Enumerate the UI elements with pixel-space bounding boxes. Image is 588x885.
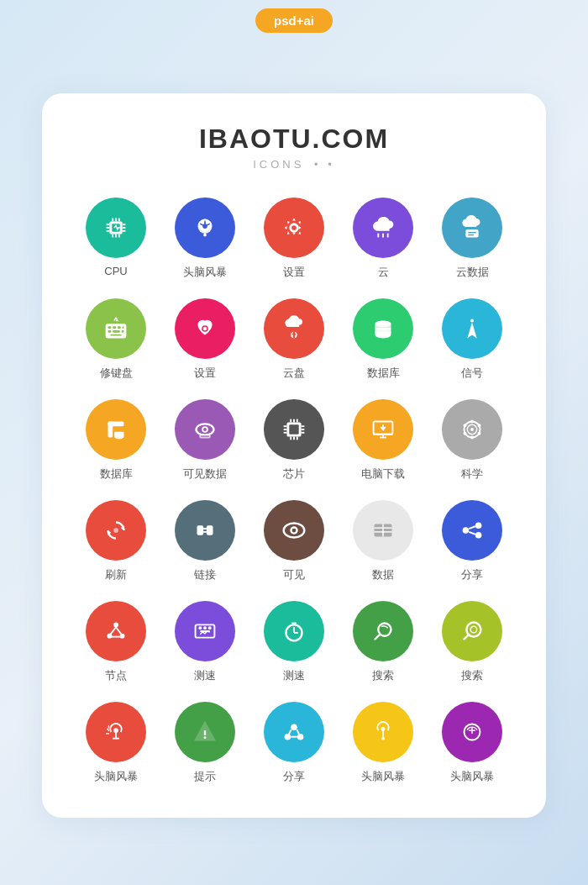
svg-point-72	[113, 528, 118, 533]
svg-point-71	[464, 424, 467, 427]
badge: psd+ai	[255, 8, 333, 33]
dots-decoration: • •	[314, 158, 335, 171]
icon-item: 链接	[165, 500, 245, 582]
icon-item: 头脑风暴	[165, 198, 245, 280]
icon-item: 修键盘	[76, 298, 156, 381]
icon-label-23: 搜索	[372, 668, 394, 683]
svg-rect-28	[123, 326, 124, 329]
icon-label-0: CPU	[104, 265, 127, 277]
icon-item: 头脑风暴	[432, 702, 512, 784]
svg-point-36	[470, 319, 474, 322]
svg-point-124	[381, 736, 385, 740]
icon-item: 科学	[432, 399, 512, 482]
icon-label-8: 数据库	[367, 366, 400, 381]
svg-point-110	[113, 728, 118, 733]
icon-circle-1	[175, 198, 235, 258]
svg-point-98	[208, 626, 212, 630]
icon-circle-8	[353, 298, 413, 359]
icon-label-24: 搜索	[461, 668, 483, 683]
icon-item: 数据库	[343, 298, 423, 381]
icon-item: 云数据	[432, 198, 512, 280]
icon-label-15: 刷新	[105, 567, 127, 582]
icon-label-2: 设置	[283, 265, 305, 280]
icon-circle-18	[353, 500, 413, 561]
icon-circle-2	[264, 198, 324, 258]
icon-circle-22	[264, 601, 324, 661]
icon-circle-25	[86, 702, 146, 762]
icon-label-13: 电脑下载	[361, 466, 405, 482]
icon-label-28: 头脑风暴	[361, 769, 405, 784]
svg-line-119	[289, 730, 291, 735]
icon-circle-17	[264, 500, 324, 561]
main-card: IBAOTU.COM ICONS • • CPU头脑风暴设置云云数据修键盘设置云…	[42, 93, 546, 818]
svg-rect-74	[207, 525, 213, 535]
icon-item: 提示	[165, 702, 245, 784]
icon-item: 节点	[76, 601, 156, 683]
svg-point-116	[291, 724, 297, 730]
icon-circle-26	[175, 702, 235, 762]
icon-item: 刷新	[76, 500, 156, 582]
icon-item: 搜索	[432, 601, 512, 683]
svg-line-92	[110, 627, 116, 635]
icon-label-7: 云盘	[283, 366, 305, 381]
icon-circle-7	[264, 298, 324, 359]
svg-line-106	[375, 634, 381, 639]
icon-item: 分享	[432, 500, 512, 582]
icon-circle-14	[442, 399, 502, 460]
icon-label-26: 提示	[194, 769, 216, 784]
icon-label-20: 节点	[105, 668, 127, 683]
icon-item: 云盘	[254, 298, 334, 381]
icon-circle-3	[353, 198, 413, 258]
icon-circle-6	[175, 298, 235, 359]
svg-point-67	[478, 424, 481, 427]
svg-rect-46	[289, 424, 298, 434]
card-subtitle: ICONS • •	[76, 158, 512, 171]
icon-circle-16	[175, 500, 235, 561]
svg-line-93	[116, 627, 122, 635]
icon-item: 设置	[165, 298, 245, 381]
svg-rect-25	[108, 326, 112, 329]
icon-item: 芯片	[254, 399, 334, 482]
icon-label-1: 头脑风暴	[183, 265, 227, 280]
svg-point-115	[204, 736, 207, 739]
icon-circle-24	[442, 601, 502, 661]
icon-circle-23	[353, 601, 413, 661]
svg-point-84	[475, 522, 482, 529]
svg-rect-29	[108, 329, 112, 332]
svg-point-65	[470, 428, 474, 431]
icon-label-6: 设置	[194, 366, 216, 381]
icon-label-11: 可见数据	[183, 466, 227, 482]
icon-circle-11	[175, 399, 235, 460]
icon-circle-29	[442, 702, 502, 762]
svg-line-120	[297, 730, 299, 735]
svg-line-88	[469, 531, 475, 534]
svg-rect-21	[465, 229, 478, 237]
icon-circle-9	[442, 298, 502, 359]
svg-line-87	[469, 526, 475, 529]
icon-circle-15	[86, 500, 146, 561]
svg-point-117	[285, 733, 291, 740]
icon-item: 头脑风暴	[343, 702, 423, 784]
card-title: IBAOTU.COM	[76, 124, 512, 155]
icon-label-27: 分享	[283, 769, 305, 784]
svg-point-118	[297, 733, 304, 740]
icon-label-22: 测速	[283, 668, 305, 683]
icon-circle-28	[353, 702, 413, 762]
icon-label-9: 信号	[461, 366, 483, 381]
icon-label-25: 头脑风暴	[94, 769, 138, 784]
svg-point-109	[470, 626, 477, 633]
icon-item: 设置	[254, 198, 334, 280]
icon-label-21: 测速	[194, 668, 216, 683]
svg-point-122	[381, 726, 386, 730]
svg-point-15	[203, 233, 207, 236]
icon-circle-21	[175, 601, 235, 661]
icon-label-17: 可见	[283, 567, 305, 582]
icon-label-4: 云数据	[456, 265, 489, 280]
svg-point-89	[113, 622, 118, 627]
icon-circle-10	[86, 399, 146, 460]
card-header: IBAOTU.COM ICONS • •	[76, 124, 512, 171]
svg-point-85	[463, 527, 470, 534]
icon-label-3: 云	[378, 265, 389, 280]
icon-item: 分享	[254, 702, 334, 784]
svg-line-108	[465, 634, 470, 639]
